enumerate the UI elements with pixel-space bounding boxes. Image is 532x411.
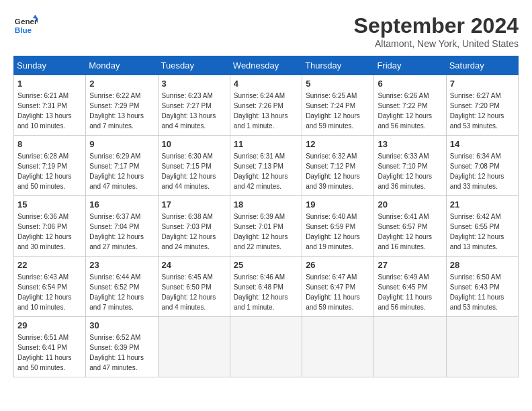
day-info: Sunrise: 6:31 AM Sunset: 7:13 PM Dayligh… (234, 152, 288, 190)
day-number: 27 (378, 259, 442, 271)
calendar-cell: 25Sunrise: 6:46 AM Sunset: 6:48 PM Dayli… (230, 257, 302, 317)
day-number: 8 (17, 138, 82, 150)
day-number: 20 (378, 199, 442, 211)
calendar-cell: 5Sunrise: 6:25 AM Sunset: 7:24 PM Daylig… (302, 75, 374, 136)
calendar-week-4: 22Sunrise: 6:43 AM Sunset: 6:54 PM Dayli… (14, 257, 519, 317)
calendar-cell (230, 317, 302, 377)
calendar-cell: 30Sunrise: 6:52 AM Sunset: 6:39 PM Dayli… (86, 317, 158, 377)
calendar-cell: 9Sunrise: 6:29 AM Sunset: 7:17 PM Daylig… (86, 136, 158, 196)
header-tuesday: Tuesday (158, 56, 230, 75)
calendar-cell: 21Sunrise: 6:42 AM Sunset: 6:55 PM Dayli… (446, 196, 518, 257)
day-info: Sunrise: 6:43 AM Sunset: 6:54 PM Dayligh… (17, 273, 72, 311)
day-number: 14 (450, 138, 515, 150)
calendar-cell: 3Sunrise: 6:23 AM Sunset: 7:27 PM Daylig… (158, 75, 230, 136)
day-info: Sunrise: 6:50 AM Sunset: 6:43 PM Dayligh… (450, 273, 504, 311)
calendar-cell: 20Sunrise: 6:41 AM Sunset: 6:57 PM Dayli… (374, 196, 446, 257)
logo: General Blue (13, 13, 38, 38)
calendar-cell: 29Sunrise: 6:51 AM Sunset: 6:41 PM Dayli… (14, 317, 86, 377)
day-number: 3 (162, 78, 226, 90)
header-wednesday: Wednesday (230, 56, 302, 75)
day-number: 22 (17, 259, 82, 271)
calendar-cell: 22Sunrise: 6:43 AM Sunset: 6:54 PM Dayli… (14, 257, 86, 317)
day-info: Sunrise: 6:41 AM Sunset: 6:57 PM Dayligh… (378, 213, 432, 250)
page-header: General Blue September 2024 Altamont, Ne… (13, 13, 519, 49)
day-info: Sunrise: 6:25 AM Sunset: 7:24 PM Dayligh… (306, 92, 360, 130)
day-info: Sunrise: 6:22 AM Sunset: 7:29 PM Dayligh… (89, 92, 144, 130)
day-number: 19 (306, 199, 370, 211)
location: Altamont, New York, United States (354, 38, 519, 49)
day-info: Sunrise: 6:21 AM Sunset: 7:31 PM Dayligh… (17, 92, 72, 130)
calendar-cell: 13Sunrise: 6:33 AM Sunset: 7:10 PM Dayli… (374, 136, 446, 196)
calendar-cell (158, 317, 230, 377)
calendar-cell: 6Sunrise: 6:26 AM Sunset: 7:22 PM Daylig… (374, 75, 446, 136)
day-info: Sunrise: 6:44 AM Sunset: 6:52 PM Dayligh… (89, 273, 144, 311)
day-number: 18 (234, 199, 298, 211)
calendar-cell: 11Sunrise: 6:31 AM Sunset: 7:13 PM Dayli… (230, 136, 302, 196)
day-number: 2 (89, 78, 154, 90)
day-info: Sunrise: 6:32 AM Sunset: 7:12 PM Dayligh… (306, 152, 360, 190)
calendar-header: SundayMondayTuesdayWednesdayThursdayFrid… (14, 56, 519, 75)
title-block: September 2024 Altamont, New York, Unite… (354, 13, 519, 49)
calendar-cell: 14Sunrise: 6:34 AM Sunset: 7:08 PM Dayli… (446, 136, 518, 196)
day-info: Sunrise: 6:29 AM Sunset: 7:17 PM Dayligh… (89, 152, 144, 190)
calendar-table: SundayMondayTuesdayWednesdayThursdayFrid… (13, 56, 519, 377)
day-number: 25 (234, 259, 298, 271)
day-info: Sunrise: 6:49 AM Sunset: 6:45 PM Dayligh… (378, 273, 432, 311)
day-number: 7 (450, 78, 515, 90)
day-info: Sunrise: 6:47 AM Sunset: 6:47 PM Dayligh… (306, 273, 360, 311)
day-info: Sunrise: 6:38 AM Sunset: 7:03 PM Dayligh… (162, 213, 216, 250)
svg-text:Blue: Blue (15, 26, 32, 34)
calendar-cell: 16Sunrise: 6:37 AM Sunset: 7:04 PM Dayli… (86, 196, 158, 257)
day-number: 9 (89, 138, 154, 150)
day-number: 23 (89, 259, 154, 271)
day-number: 29 (17, 320, 82, 332)
calendar-cell: 1Sunrise: 6:21 AM Sunset: 7:31 PM Daylig… (14, 75, 86, 136)
calendar-week-3: 15Sunrise: 6:36 AM Sunset: 7:06 PM Dayli… (14, 196, 519, 257)
day-info: Sunrise: 6:39 AM Sunset: 7:01 PM Dayligh… (234, 213, 288, 250)
day-info: Sunrise: 6:24 AM Sunset: 7:26 PM Dayligh… (234, 92, 288, 130)
day-info: Sunrise: 6:40 AM Sunset: 6:59 PM Dayligh… (306, 213, 360, 250)
day-number: 1 (17, 78, 82, 90)
calendar-cell: 26Sunrise: 6:47 AM Sunset: 6:47 PM Dayli… (302, 257, 374, 317)
calendar-cell: 10Sunrise: 6:30 AM Sunset: 7:15 PM Dayli… (158, 136, 230, 196)
day-info: Sunrise: 6:30 AM Sunset: 7:15 PM Dayligh… (162, 152, 216, 190)
calendar-cell (374, 317, 446, 377)
day-info: Sunrise: 6:46 AM Sunset: 6:48 PM Dayligh… (234, 273, 288, 311)
day-number: 30 (89, 320, 154, 332)
calendar-cell: 18Sunrise: 6:39 AM Sunset: 7:01 PM Dayli… (230, 196, 302, 257)
day-number: 17 (162, 199, 226, 211)
calendar-cell: 8Sunrise: 6:28 AM Sunset: 7:19 PM Daylig… (14, 136, 86, 196)
day-info: Sunrise: 6:36 AM Sunset: 7:06 PM Dayligh… (17, 213, 72, 250)
day-number: 21 (450, 199, 515, 211)
day-info: Sunrise: 6:26 AM Sunset: 7:22 PM Dayligh… (378, 92, 432, 130)
day-info: Sunrise: 6:23 AM Sunset: 7:27 PM Dayligh… (162, 92, 216, 130)
day-info: Sunrise: 6:51 AM Sunset: 6:41 PM Dayligh… (17, 334, 72, 371)
calendar-cell: 23Sunrise: 6:44 AM Sunset: 6:52 PM Dayli… (86, 257, 158, 317)
day-info: Sunrise: 6:45 AM Sunset: 6:50 PM Dayligh… (162, 273, 216, 311)
header-sunday: Sunday (14, 56, 86, 75)
day-number: 28 (450, 259, 515, 271)
calendar-week-5: 29Sunrise: 6:51 AM Sunset: 6:41 PM Dayli… (14, 317, 519, 377)
calendar-cell (446, 317, 518, 377)
header-thursday: Thursday (302, 56, 374, 75)
calendar-cell: 17Sunrise: 6:38 AM Sunset: 7:03 PM Dayli… (158, 196, 230, 257)
header-monday: Monday (86, 56, 158, 75)
day-info: Sunrise: 6:37 AM Sunset: 7:04 PM Dayligh… (89, 213, 144, 250)
header-friday: Friday (374, 56, 446, 75)
calendar-cell: 4Sunrise: 6:24 AM Sunset: 7:26 PM Daylig… (230, 75, 302, 136)
calendar-cell: 15Sunrise: 6:36 AM Sunset: 7:06 PM Dayli… (14, 196, 86, 257)
day-number: 5 (306, 78, 370, 90)
month-title: September 2024 (354, 13, 519, 38)
calendar-cell: 7Sunrise: 6:27 AM Sunset: 7:20 PM Daylig… (446, 75, 518, 136)
calendar-cell: 24Sunrise: 6:45 AM Sunset: 6:50 PM Dayli… (158, 257, 230, 317)
day-number: 6 (378, 78, 442, 90)
calendar-cell: 12Sunrise: 6:32 AM Sunset: 7:12 PM Dayli… (302, 136, 374, 196)
calendar-cell (302, 317, 374, 377)
day-number: 4 (234, 78, 298, 90)
logo-icon: General Blue (13, 13, 38, 38)
day-number: 11 (234, 138, 298, 150)
calendar-week-2: 8Sunrise: 6:28 AM Sunset: 7:19 PM Daylig… (14, 136, 519, 196)
day-number: 16 (89, 199, 154, 211)
calendar-cell: 27Sunrise: 6:49 AM Sunset: 6:45 PM Dayli… (374, 257, 446, 317)
day-info: Sunrise: 6:34 AM Sunset: 7:08 PM Dayligh… (450, 152, 504, 190)
